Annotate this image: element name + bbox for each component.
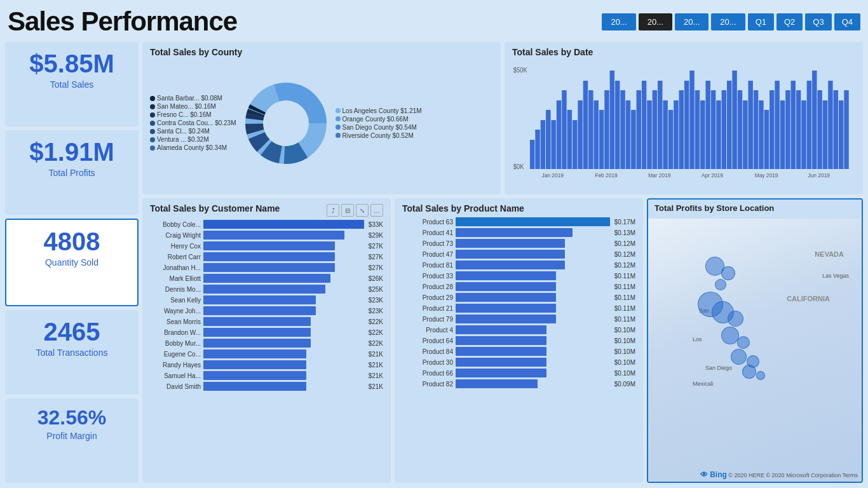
svg-rect-33: [631, 110, 635, 169]
svg-rect-40: [668, 110, 673, 169]
product-bar-value: $0.11M: [614, 316, 635, 323]
product-bar-label: Product 30: [402, 359, 453, 366]
product-bar-track: [456, 261, 610, 269]
customer-bar-row: Brandon W...$22K: [150, 328, 383, 337]
product-bar-value: $0.11M: [614, 283, 635, 290]
quarter-btn-q4[interactable]: Q4: [834, 13, 860, 30]
svg-rect-15: [535, 130, 539, 169]
customer-bar-track: [203, 295, 364, 304]
customer-bar-value: $27K: [369, 254, 383, 261]
svg-rect-44: [689, 71, 694, 169]
customer-bar-track: [203, 306, 364, 315]
customer-bar-row: Bobby Mur...$22K: [150, 339, 383, 348]
customer-bar-track: [203, 231, 364, 240]
quarter-btn-q2[interactable]: Q2: [776, 13, 803, 30]
customer-bar-row: Randy Hayes$21K: [150, 360, 383, 369]
county-chart-title: Total Sales by County: [150, 47, 493, 57]
product-bar-value: $0.12M: [614, 251, 635, 258]
year-btn-2[interactable]: 20...: [675, 13, 709, 30]
county-legend-right: Los Angeles County $1.21M Orange County …: [336, 107, 422, 139]
dashboard-title: Sales Performance: [8, 6, 237, 37]
legend-label-5: Ventura ... $0.32M: [157, 136, 209, 143]
product-bar-row: Product 28$0.11M: [402, 282, 635, 291]
dashboard: Sales Performance 20... 20... 20... 20..…: [0, 0, 868, 488]
customer-bar-label: Randy Hayes: [150, 362, 201, 369]
customer-bar-fill: [203, 339, 311, 348]
customer-bar-value: $29K: [369, 232, 383, 239]
drill-up-btn[interactable]: ⤴: [327, 204, 339, 217]
product-bar-label: Product 21: [402, 305, 453, 312]
svg-text:$50K: $50K: [513, 67, 527, 74]
customer-bar-track: [203, 349, 364, 358]
customer-bar-fill: [203, 349, 306, 358]
product-bar-value: $0.10M: [614, 348, 635, 355]
customer-bar-fill: [203, 317, 311, 326]
kpi-profit-margin-label: Profit Margin: [15, 431, 128, 441]
product-bar-fill: [456, 358, 546, 367]
legend-dot-5: [150, 137, 155, 142]
filter-btn[interactable]: ⊟: [341, 204, 354, 217]
product-bar-value: $0.13M: [614, 229, 635, 236]
customer-bar-value: $22K: [369, 340, 383, 347]
svg-rect-32: [626, 100, 630, 169]
product-bar-label: Product 29: [402, 294, 453, 301]
product-bar-value: $0.10M: [614, 370, 635, 377]
legend-item-sd: San Diego County $0.54M: [336, 124, 422, 131]
product-bars-container[interactable]: Product 63$0.17MProduct 41$0.13MProduct …: [402, 217, 635, 390]
product-bar-track: [456, 293, 610, 302]
quarter-btn-q1[interactable]: Q1: [748, 13, 774, 30]
map-container: Total Profits by Store Location NEVADA C…: [647, 198, 863, 483]
product-bar-row: Product 4$0.10M: [402, 325, 635, 334]
customer-bar-label: Mark Elliott: [150, 275, 201, 282]
legend-label-sd: San Diego County $0.54M: [342, 124, 417, 131]
more-btn[interactable]: …: [370, 204, 383, 217]
svg-rect-37: [653, 90, 657, 169]
svg-rect-19: [557, 100, 561, 169]
product-bar-row: Product 47$0.12M: [402, 250, 635, 259]
year-btn-0[interactable]: 20...: [602, 13, 635, 30]
product-bar-track: [456, 315, 610, 323]
product-bar-fill: [456, 347, 546, 356]
product-chart-card: Total Sales by Product Name Product 63$0…: [395, 198, 643, 483]
svg-rect-22: [573, 120, 577, 169]
customer-chart-header: Total Sales by Customer Name ⤴ ⊟ ⤡ …: [150, 203, 383, 217]
customer-bars-container[interactable]: Bobby Cole...$33KCraig Wright$29KHenry C…: [150, 220, 383, 393]
product-bar-row: Product 29$0.11M: [402, 293, 635, 302]
product-bar-label: Product 28: [402, 283, 453, 290]
customer-bar-label: Dennis Mo...: [150, 286, 201, 293]
bing-watermark: 👁 Bing © 2020 HERE © 2020 Microsoft Corp…: [700, 470, 858, 479]
kpi-total-transactions: 2465 Total Transactions: [5, 310, 139, 395]
customer-bar-track: [203, 241, 364, 250]
customer-bar-value: $22K: [369, 329, 383, 336]
kpi-profit-margin: 32.56% Profit Margin: [5, 398, 139, 483]
svg-rect-72: [839, 100, 843, 169]
customer-bar-value: $27K: [369, 264, 383, 271]
kpi-panel: $5.85M Total Sales $1.91M Total Profits …: [5, 42, 139, 483]
customer-bar-value: $21K: [369, 372, 383, 379]
product-bar-row: Product 81$0.12M: [402, 261, 635, 269]
product-bar-track: [456, 358, 610, 367]
product-bar-fill: [456, 228, 573, 237]
expand-btn[interactable]: ⤡: [356, 204, 369, 217]
legend-dot-la: [336, 108, 341, 113]
legend-label-1: San Mateo... $0.16M: [157, 103, 216, 110]
year-btn-1[interactable]: 20...: [639, 13, 672, 30]
legend-item-0: Santa Barbar... $0.08M: [150, 95, 236, 102]
svg-rect-18: [551, 120, 555, 169]
kpi-total-sales-value: $5.85M: [15, 50, 128, 78]
product-bar-row: Product 84$0.10M: [402, 347, 635, 356]
customer-bar-fill: [203, 231, 344, 240]
svg-rect-69: [823, 100, 827, 169]
product-bar-value: $0.09M: [614, 381, 635, 388]
product-bar-row: Product 41$0.13M: [402, 228, 635, 237]
legend-label-la: Los Angeles County $1.21M: [342, 107, 422, 114]
map-bubble-11: [742, 365, 756, 379]
product-bar-row: Product 21$0.11M: [402, 304, 635, 313]
quarter-btn-q3[interactable]: Q3: [805, 13, 831, 30]
product-bar-row: Product 79$0.11M: [402, 315, 635, 323]
los-label: Los: [693, 336, 702, 342]
product-bar-fill: [456, 293, 556, 302]
svg-text:$0K: $0K: [513, 163, 524, 170]
legend-dot-3: [150, 121, 155, 126]
year-btn-3[interactable]: 20...: [711, 13, 745, 30]
